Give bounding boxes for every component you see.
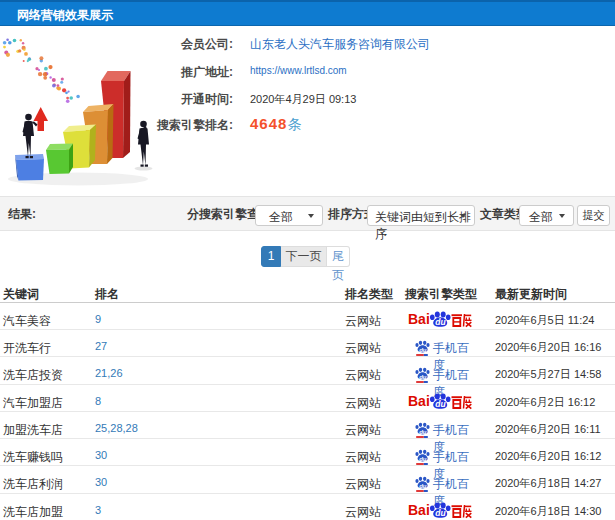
svg-text:du: du [435,399,446,409]
svg-text:du: du [419,374,427,380]
svg-text:du: du [435,508,446,518]
svg-text:Bai: Bai [408,311,430,327]
svg-text:du: du [419,456,427,462]
svg-text:du: du [419,483,427,489]
svg-text:du: du [419,347,427,353]
svg-text:Bai: Bai [408,393,430,409]
svg-text:du: du [435,317,446,327]
svg-text:du: du [419,428,427,434]
svg-text:Bai: Bai [408,502,430,518]
